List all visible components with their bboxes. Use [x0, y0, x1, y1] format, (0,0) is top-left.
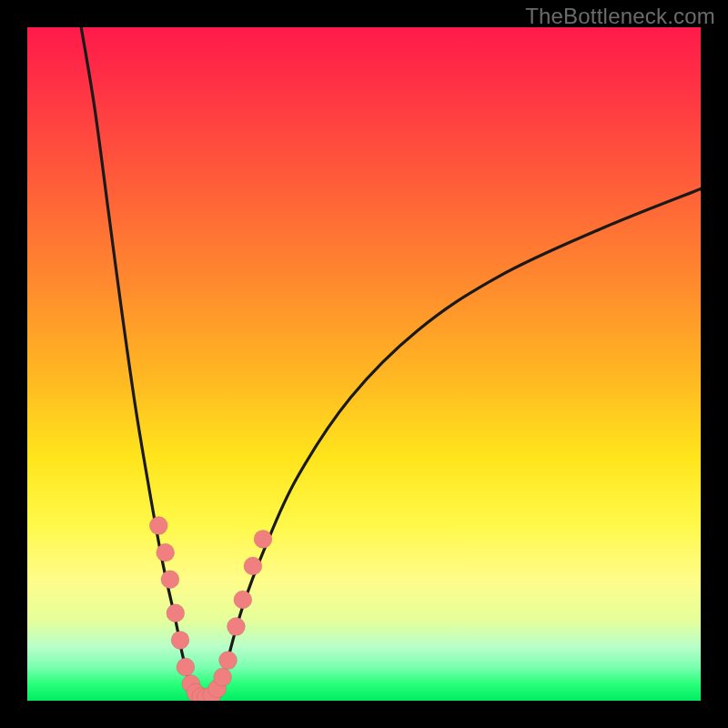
highlight-dot — [254, 530, 272, 548]
highlight-dot — [157, 543, 175, 561]
highlight-dot — [244, 557, 262, 575]
chart-area — [27, 27, 701, 701]
highlight-dot — [214, 668, 232, 686]
highlight-dot — [171, 631, 189, 649]
watermark-text: TheBottleneck.com — [525, 4, 715, 29]
highlight-dot — [177, 658, 195, 676]
page-root: TheBottleneck.com — [0, 0, 728, 728]
highlight-dot — [227, 618, 245, 636]
chart-svg — [27, 27, 701, 701]
highlight-dot — [149, 517, 167, 535]
left-bottleneck-curve — [81, 27, 196, 701]
right-bottleneck-curve — [216, 189, 701, 701]
highlight-dots — [149, 517, 272, 701]
highlight-dot — [161, 571, 179, 589]
highlight-dot — [219, 652, 238, 670]
highlight-dot — [234, 591, 252, 609]
highlight-dot — [167, 604, 185, 622]
